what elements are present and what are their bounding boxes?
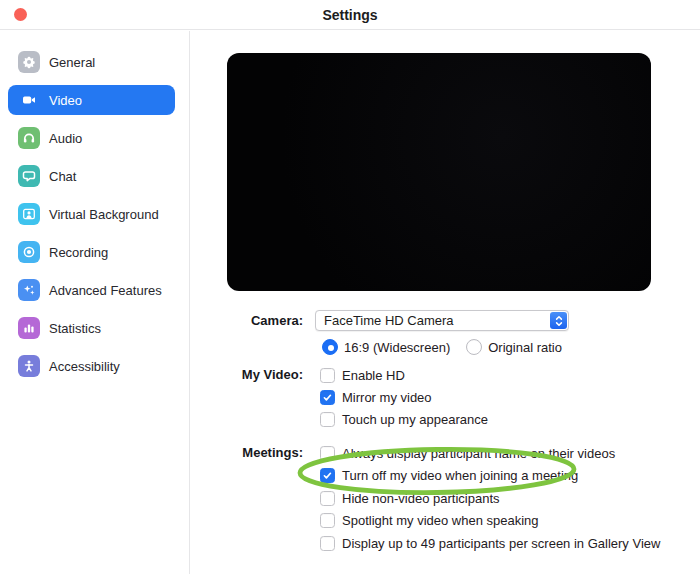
sidebar-item-label: Recording	[49, 245, 108, 260]
accessibility-person-icon	[18, 355, 40, 377]
my-video-group: My Video: Enable HD Mirror my video Touc…	[191, 364, 700, 430]
checkbox-label: Hide non-video participants	[342, 491, 500, 506]
sparkles-icon	[18, 279, 40, 301]
checkbox-display-49-participants[interactable]	[320, 536, 335, 551]
sidebar-item-statistics[interactable]: Statistics	[8, 313, 175, 343]
checkbox-spotlight-my-video[interactable]	[320, 513, 335, 528]
bar-chart-icon	[18, 317, 40, 339]
option-hide-non-video-participants: Hide non-video participants	[320, 487, 660, 510]
radio-original-ratio[interactable]	[466, 339, 482, 355]
checkbox-mirror-my-video[interactable]	[320, 390, 335, 405]
camera-label: Camera:	[191, 313, 303, 328]
sidebar-item-video[interactable]: Video	[8, 85, 175, 115]
camera-row: Camera: FaceTime HD Camera	[191, 310, 700, 331]
sidebar-item-label: Advanced Features	[49, 283, 162, 298]
checkbox-label: Enable HD	[342, 368, 405, 383]
settings-sidebar: General Video Audio Chat Virtual Backgro…	[0, 31, 190, 574]
checkbox-enable-hd[interactable]	[320, 368, 335, 383]
window-title: Settings	[322, 7, 377, 23]
option-mirror-my-video: Mirror my video	[320, 386, 488, 408]
checkbox-always-display-participant-name[interactable]	[320, 446, 335, 461]
checkbox-label: Display up to 49 participants per screen…	[342, 536, 660, 551]
option-spotlight-my-video: Spotlight my video when speaking	[320, 510, 660, 533]
camera-selected-value: FaceTime HD Camera	[316, 311, 568, 330]
chat-bubble-icon	[18, 165, 40, 187]
video-camera-icon	[18, 89, 40, 111]
option-always-display-participant-name: Always display participant name on their…	[320, 442, 660, 465]
checkbox-label: Always display participant name on their…	[342, 446, 615, 461]
sidebar-item-label: Virtual Background	[49, 207, 159, 222]
checkbox-hide-non-video-participants[interactable]	[320, 491, 335, 506]
person-background-icon	[18, 203, 40, 225]
sidebar-item-label: Accessibility	[49, 359, 120, 374]
meetings-label: Meetings:	[191, 442, 303, 464]
sidebar-item-accessibility[interactable]: Accessibility	[8, 351, 175, 381]
meetings-group: Meetings: Always display participant nam…	[191, 442, 700, 555]
radio-label: Original ratio	[488, 340, 562, 355]
checkbox-label: Touch up my appearance	[342, 412, 488, 427]
sidebar-item-recording[interactable]: Recording	[8, 237, 175, 267]
my-video-label: My Video:	[191, 364, 303, 386]
sidebar-item-label: Chat	[49, 169, 76, 184]
checkbox-label: Turn off my video when joining a meeting	[342, 468, 578, 483]
sidebar-item-label: Audio	[49, 131, 82, 146]
option-touch-up-appearance: Touch up my appearance	[320, 408, 488, 430]
camera-preview	[227, 53, 651, 291]
checkbox-turn-off-video-when-joining[interactable]	[320, 468, 335, 483]
headset-icon	[18, 127, 40, 149]
checkbox-label: Spotlight my video when speaking	[342, 513, 539, 528]
checkbox-label: Mirror my video	[342, 390, 432, 405]
sidebar-item-audio[interactable]: Audio	[8, 123, 175, 153]
sidebar-item-virtual-background[interactable]: Virtual Background	[8, 199, 175, 229]
sidebar-item-advanced-features[interactable]: Advanced Features	[8, 275, 175, 305]
record-icon	[18, 241, 40, 263]
chevron-up-down-icon	[550, 312, 567, 329]
option-enable-hd: Enable HD	[320, 364, 488, 386]
sidebar-item-label: Statistics	[49, 321, 101, 336]
sidebar-item-label: General	[49, 55, 95, 70]
option-display-49-participants: Display up to 49 participants per screen…	[320, 532, 660, 555]
title-bar: Settings	[0, 0, 700, 30]
sidebar-item-general[interactable]: General	[8, 47, 175, 77]
radio-label: 16:9 (Widescreen)	[344, 340, 450, 355]
checkbox-touch-up-appearance[interactable]	[320, 412, 335, 427]
aspect-ratio-row: 16:9 (Widescreen) Original ratio	[191, 339, 700, 355]
sidebar-item-chat[interactable]: Chat	[8, 161, 175, 191]
option-turn-off-video-when-joining: Turn off my video when joining a meeting	[320, 465, 660, 488]
video-settings-panel: Camera: FaceTime HD Camera 16:9 (Widescr…	[191, 31, 700, 574]
close-button[interactable]	[14, 8, 27, 21]
sidebar-item-label: Video	[49, 93, 82, 108]
camera-select[interactable]: FaceTime HD Camera	[315, 310, 569, 331]
gear-icon	[18, 51, 40, 73]
radio-16-9-widescreen[interactable]	[322, 339, 338, 355]
